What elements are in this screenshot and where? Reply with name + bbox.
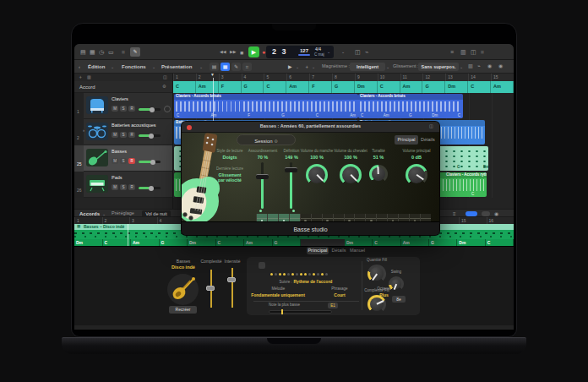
muting-slider[interactable] (261, 162, 264, 209)
vertical-zoom-icon[interactable]: ⌁ (477, 63, 481, 68)
lcd-display[interactable]: 2 3 127 4/4 C maj ⌄ (266, 46, 334, 58)
tone-knob[interactable] (369, 165, 388, 183)
track-row-batteries[interactable]: 2 › Batteries acoustiques M S R (74, 119, 173, 145)
chord-cell[interactable]: F (219, 81, 242, 93)
recreate-button[interactable]: Recréer (169, 306, 197, 314)
volume-knob[interactable] (150, 160, 155, 165)
lcd-chevron-icon[interactable]: ⌄ (327, 50, 330, 54)
chord-cell[interactable]: C (468, 81, 491, 93)
pointer-tool[interactable]: ▶ (288, 64, 292, 69)
volume-knob[interactable] (149, 134, 154, 139)
keyboard-icon[interactable]: ▦ (90, 49, 95, 55)
track-row-claviers[interactable]: 1 Claviers M S R (74, 93, 173, 119)
view-flex-button[interactable]: ⌗ (242, 63, 252, 71)
magnetism-select[interactable]: Intelligent (350, 63, 385, 71)
chord-cell[interactable]: G (429, 239, 457, 246)
chord-cell[interactable]: Am (131, 239, 160, 246)
chord-cell[interactable]: F (309, 81, 332, 93)
pattern-lock-button[interactable] (259, 262, 265, 269)
add-track-button[interactable]: ＋ (78, 74, 83, 79)
chord-cell[interactable]: Am (196, 81, 219, 93)
eighth-note-button[interactable]: 8e (392, 296, 406, 303)
media-browser-icon[interactable]: ⌗ (481, 49, 484, 55)
secondary-tool[interactable]: ＋ (304, 64, 309, 69)
solo-button[interactable]: S (120, 184, 127, 190)
playhead-marker[interactable]: ▼ (210, 73, 215, 77)
lcd-mode-icon[interactable]: ⌄ (341, 50, 345, 54)
tool-icon[interactable]: ⌗ (122, 49, 125, 55)
stop-button[interactable]: ■ (240, 50, 243, 56)
region-claviers-2[interactable]: Claviers - Accords brisés CAmGDmC (358, 94, 463, 118)
lowest-note-slider[interactable] (269, 310, 332, 314)
list-editors-icon[interactable]: ≡ (450, 49, 454, 55)
fill-complexity-knob[interactable] (368, 295, 386, 314)
muting-slider-knob[interactable] (256, 174, 269, 179)
chord-cell[interactable]: C (373, 239, 400, 246)
zoom-slider2-icon[interactable]: ◉ (498, 63, 503, 68)
solo-button[interactable]: S (120, 132, 127, 138)
preset-selector[interactable]: Session ⚙ (237, 134, 296, 145)
region-claviers-1[interactable]: Claviers - Accords brisés CAmFGCAm (174, 94, 358, 118)
waveform-zoom-icon[interactable]: ▥ (468, 63, 473, 68)
tab-vol-de-nuit[interactable]: Vol de nuit (142, 210, 171, 217)
clock-icon[interactable]: ◷ (99, 49, 104, 55)
back-button[interactable]: ‹ (79, 64, 80, 69)
pan-knob[interactable] (164, 106, 171, 112)
chord-cell[interactable]: Dm (457, 239, 485, 246)
view-grid-button-active[interactable]: ▦ (220, 63, 230, 71)
zoom-slider-icon[interactable]: ◉ (487, 63, 492, 68)
chord-cell[interactable]: C (264, 81, 286, 93)
track-row-basses-selected[interactable]: 25 Basses M S R (74, 145, 173, 172)
chord-cell[interactable]: G (273, 239, 302, 246)
chord-cell[interactable]: C (486, 239, 514, 246)
link-window-icon[interactable]: ◫ (429, 124, 433, 128)
tab-prereglage[interactable]: Préréglage (112, 211, 134, 216)
intensity-slider-knob[interactable] (227, 277, 236, 282)
chord-cell[interactable]: Am (401, 239, 429, 246)
gear-icon[interactable]: ⚙ (274, 139, 277, 144)
editor-mode-toggle2[interactable] (482, 211, 490, 216)
pencil-tool-button[interactable]: ✎ (130, 47, 140, 57)
melody-select[interactable]: Fondamentale uniquement (242, 293, 314, 297)
chord-cell[interactable]: G (332, 81, 355, 93)
plugin-title-bar[interactable]: Basses : Années 60, partiellement assour… (182, 122, 439, 133)
view-regions-button[interactable]: ▤ (210, 63, 219, 71)
editor-chords-a[interactable]: DmCAmGDmCAmG (74, 239, 301, 246)
editor-chords-b[interactable]: DmCAmGDmC (345, 239, 514, 246)
panel-options-icon[interactable]: ◫ (163, 75, 167, 79)
record-button[interactable]: ● (262, 49, 265, 55)
bar-ruler[interactable]: 123456789101112131415 (173, 74, 514, 81)
rewind-button[interactable]: ◀◀ (220, 50, 226, 54)
chord-cell[interactable]: C (216, 239, 245, 246)
drag-select[interactable]: Sans superpos. (418, 63, 459, 71)
editor-playhead[interactable] (128, 224, 128, 246)
follow-row[interactable]: Suivre : Rythme de l'accord (255, 279, 357, 285)
patch-name[interactable]: Disco indé (158, 265, 209, 270)
record-enable-button[interactable]: R (128, 184, 135, 190)
tab-accords[interactable]: Accords (79, 211, 100, 216)
amp-icon[interactable]: ▤ (80, 49, 86, 55)
record-enable-button-armed[interactable]: R (128, 158, 135, 164)
chord-cell[interactable]: Dm (445, 81, 468, 93)
fretboard-display[interactable] (256, 214, 431, 221)
smart-tab-manuel[interactable]: Manuel (349, 247, 366, 254)
mute-button[interactable]: M (112, 158, 118, 164)
smart-tab-details[interactable]: Détails (330, 247, 347, 254)
chord-cell[interactable]: G (422, 81, 445, 93)
volume-knob[interactable] (150, 107, 155, 112)
menu-fonctions[interactable]: Fonctions (122, 64, 146, 69)
chord-track[interactable]: CAmFGCAmFGDmCAmGDmCAm (173, 81, 514, 93)
chord-cell[interactable]: C (378, 81, 400, 93)
editor-list-icon[interactable]: ≡ (453, 211, 456, 216)
solo-button[interactable]: S (120, 106, 127, 112)
master-volume-knob[interactable] (406, 164, 427, 186)
count-in-icon[interactable]: ◫ (355, 49, 361, 55)
play-button[interactable]: ▶ (248, 46, 259, 57)
record-enable-button[interactable]: R (128, 106, 135, 112)
view-principal-tab[interactable]: Principal (395, 135, 418, 145)
filter-tracks-icon[interactable]: ▥ (87, 75, 91, 79)
menu-edition[interactable]: Édition (88, 64, 105, 69)
track-row-pads[interactable]: 26 Pads M S R (74, 172, 173, 198)
gear-icon[interactable]: ⚙ (162, 85, 166, 89)
chord-cell[interactable]: Am (286, 81, 309, 93)
